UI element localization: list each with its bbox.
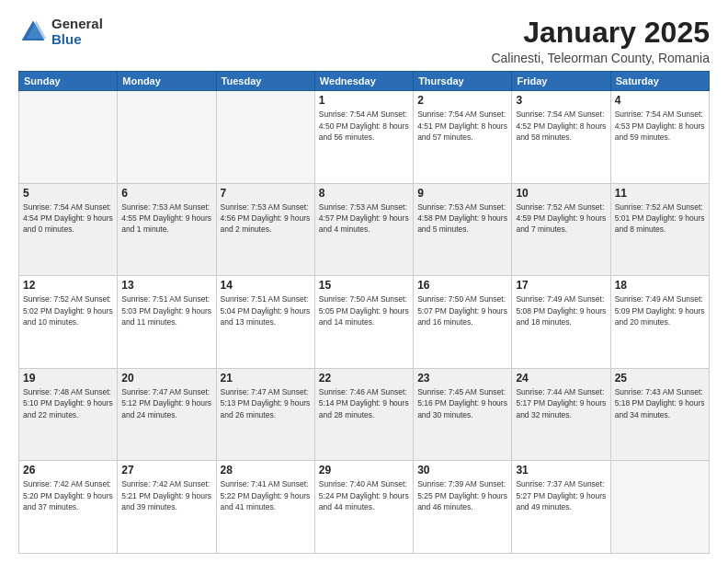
- day-info: Sunrise: 7:53 AM Sunset: 4:55 PM Dayligh…: [121, 201, 211, 236]
- day-info: Sunrise: 7:51 AM Sunset: 5:04 PM Dayligh…: [221, 293, 311, 327]
- day-number: 3: [516, 94, 606, 107]
- day-info: Sunrise: 7:54 AM Sunset: 4:53 PM Dayligh…: [615, 109, 705, 143]
- table-row: 9Sunrise: 7:53 AM Sunset: 4:58 PM Daylig…: [414, 183, 512, 276]
- day-info: Sunrise: 7:49 AM Sunset: 5:08 PM Dayligh…: [516, 293, 606, 327]
- table-row: 27Sunrise: 7:42 AM Sunset: 5:21 PM Dayli…: [118, 461, 216, 554]
- table-row: 16Sunrise: 7:50 AM Sunset: 5:07 PM Dayli…: [414, 276, 512, 369]
- table-row: 26Sunrise: 7:42 AM Sunset: 5:20 PM Dayli…: [19, 461, 118, 554]
- col-thursday: Thursday: [414, 72, 512, 91]
- day-info: Sunrise: 7:50 AM Sunset: 5:05 PM Dayligh…: [319, 293, 409, 327]
- logo: General Blue: [18, 17, 103, 47]
- table-row: 19Sunrise: 7:48 AM Sunset: 5:10 PM Dayli…: [19, 368, 118, 461]
- calendar-row: 19Sunrise: 7:48 AM Sunset: 5:10 PM Dayli…: [19, 368, 710, 461]
- table-row: 20Sunrise: 7:47 AM Sunset: 5:12 PM Dayli…: [118, 368, 216, 461]
- table-row: 13Sunrise: 7:51 AM Sunset: 5:03 PM Dayli…: [118, 276, 216, 369]
- day-info: Sunrise: 7:47 AM Sunset: 5:13 PM Dayligh…: [221, 386, 311, 420]
- header: General Blue January 2025 Calinesti, Tel…: [18, 17, 710, 65]
- day-number: 28: [221, 464, 311, 477]
- day-info: Sunrise: 7:40 AM Sunset: 5:24 PM Dayligh…: [319, 478, 409, 512]
- table-row: 7Sunrise: 7:53 AM Sunset: 4:56 PM Daylig…: [216, 183, 314, 276]
- table-row: 14Sunrise: 7:51 AM Sunset: 5:04 PM Dayli…: [216, 276, 314, 369]
- day-number: 2: [417, 94, 507, 107]
- day-number: 8: [319, 187, 409, 200]
- col-wednesday: Wednesday: [314, 72, 413, 91]
- table-row: 30Sunrise: 7:39 AM Sunset: 5:25 PM Dayli…: [414, 461, 512, 554]
- day-number: 11: [615, 187, 705, 200]
- day-info: Sunrise: 7:54 AM Sunset: 4:52 PM Dayligh…: [516, 109, 606, 143]
- day-info: Sunrise: 7:41 AM Sunset: 5:22 PM Dayligh…: [221, 478, 311, 512]
- day-info: Sunrise: 7:43 AM Sunset: 5:18 PM Dayligh…: [615, 386, 705, 420]
- calendar-row: 26Sunrise: 7:42 AM Sunset: 5:20 PM Dayli…: [19, 461, 710, 554]
- day-number: 18: [615, 279, 705, 292]
- day-info: Sunrise: 7:42 AM Sunset: 5:20 PM Dayligh…: [23, 478, 113, 512]
- day-info: Sunrise: 7:54 AM Sunset: 4:54 PM Dayligh…: [23, 201, 113, 236]
- calendar-row: 1Sunrise: 7:54 AM Sunset: 4:50 PM Daylig…: [19, 91, 710, 184]
- day-number: 24: [516, 372, 606, 385]
- day-number: 31: [516, 464, 606, 477]
- day-info: Sunrise: 7:52 AM Sunset: 5:01 PM Dayligh…: [615, 201, 705, 236]
- day-info: Sunrise: 7:49 AM Sunset: 5:09 PM Dayligh…: [615, 293, 705, 327]
- day-number: 20: [121, 372, 211, 385]
- table-row: 15Sunrise: 7:50 AM Sunset: 5:05 PM Dayli…: [314, 276, 413, 369]
- table-row: 25Sunrise: 7:43 AM Sunset: 5:18 PM Dayli…: [610, 368, 709, 461]
- table-row: 21Sunrise: 7:47 AM Sunset: 5:13 PM Dayli…: [216, 368, 314, 461]
- title-area: January 2025 Calinesti, Teleorman County…: [491, 17, 710, 65]
- day-number: 9: [417, 187, 507, 200]
- table-row: [19, 91, 118, 184]
- logo-icon: [18, 17, 48, 47]
- day-info: Sunrise: 7:46 AM Sunset: 5:14 PM Dayligh…: [319, 386, 409, 420]
- calendar-row: 5Sunrise: 7:54 AM Sunset: 4:54 PM Daylig…: [19, 183, 710, 276]
- day-number: 22: [319, 372, 409, 385]
- day-number: 1: [319, 94, 409, 107]
- col-saturday: Saturday: [610, 72, 709, 91]
- header-row: Sunday Monday Tuesday Wednesday Thursday…: [19, 72, 710, 91]
- day-number: 29: [319, 464, 409, 477]
- calendar-row: 12Sunrise: 7:52 AM Sunset: 5:02 PM Dayli…: [19, 276, 710, 369]
- day-number: 13: [121, 279, 211, 292]
- calendar-subtitle: Calinesti, Teleorman County, Romania: [491, 51, 710, 65]
- day-info: Sunrise: 7:39 AM Sunset: 5:25 PM Dayligh…: [417, 478, 507, 512]
- day-info: Sunrise: 7:42 AM Sunset: 5:21 PM Dayligh…: [121, 478, 211, 512]
- table-row: 4Sunrise: 7:54 AM Sunset: 4:53 PM Daylig…: [610, 91, 709, 184]
- day-info: Sunrise: 7:53 AM Sunset: 4:58 PM Dayligh…: [417, 201, 507, 236]
- table-row: 23Sunrise: 7:45 AM Sunset: 5:16 PM Dayli…: [414, 368, 512, 461]
- day-info: Sunrise: 7:37 AM Sunset: 5:27 PM Dayligh…: [516, 478, 606, 512]
- day-info: Sunrise: 7:45 AM Sunset: 5:16 PM Dayligh…: [417, 386, 507, 420]
- table-row: 3Sunrise: 7:54 AM Sunset: 4:52 PM Daylig…: [512, 91, 610, 184]
- day-info: Sunrise: 7:47 AM Sunset: 5:12 PM Dayligh…: [121, 386, 211, 420]
- day-info: Sunrise: 7:48 AM Sunset: 5:10 PM Dayligh…: [23, 386, 113, 420]
- table-row: 29Sunrise: 7:40 AM Sunset: 5:24 PM Dayli…: [314, 461, 413, 554]
- day-number: 30: [417, 464, 507, 477]
- day-number: 16: [417, 279, 507, 292]
- day-number: 25: [615, 372, 705, 385]
- col-friday: Friday: [512, 72, 610, 91]
- day-info: Sunrise: 7:52 AM Sunset: 5:02 PM Dayligh…: [23, 293, 113, 327]
- day-number: 12: [23, 279, 113, 292]
- table-row: 11Sunrise: 7:52 AM Sunset: 5:01 PM Dayli…: [610, 183, 709, 276]
- day-number: 7: [221, 187, 311, 200]
- table-row: 2Sunrise: 7:54 AM Sunset: 4:51 PM Daylig…: [414, 91, 512, 184]
- table-row: 5Sunrise: 7:54 AM Sunset: 4:54 PM Daylig…: [19, 183, 118, 276]
- table-row: 28Sunrise: 7:41 AM Sunset: 5:22 PM Dayli…: [216, 461, 314, 554]
- day-number: 4: [615, 94, 705, 107]
- table-row: 31Sunrise: 7:37 AM Sunset: 5:27 PM Dayli…: [512, 461, 610, 554]
- calendar-page: General Blue January 2025 Calinesti, Tel…: [0, 0, 728, 563]
- day-info: Sunrise: 7:53 AM Sunset: 4:56 PM Dayligh…: [221, 201, 311, 236]
- table-row: [118, 91, 216, 184]
- day-number: 21: [221, 372, 311, 385]
- calendar-table: Sunday Monday Tuesday Wednesday Thursday…: [18, 71, 710, 554]
- day-number: 19: [23, 372, 113, 385]
- table-row: 6Sunrise: 7:53 AM Sunset: 4:55 PM Daylig…: [118, 183, 216, 276]
- day-number: 10: [516, 187, 606, 200]
- calendar-title: January 2025: [491, 17, 710, 49]
- day-number: 6: [121, 187, 211, 200]
- logo-blue: Blue: [51, 32, 103, 48]
- table-row: 24Sunrise: 7:44 AM Sunset: 5:17 PM Dayli…: [512, 368, 610, 461]
- day-number: 23: [417, 372, 507, 385]
- logo-text: General Blue: [51, 17, 103, 47]
- col-monday: Monday: [118, 72, 216, 91]
- table-row: 22Sunrise: 7:46 AM Sunset: 5:14 PM Dayli…: [314, 368, 413, 461]
- day-info: Sunrise: 7:54 AM Sunset: 4:51 PM Dayligh…: [417, 109, 507, 143]
- col-sunday: Sunday: [19, 72, 118, 91]
- day-info: Sunrise: 7:50 AM Sunset: 5:07 PM Dayligh…: [417, 293, 507, 327]
